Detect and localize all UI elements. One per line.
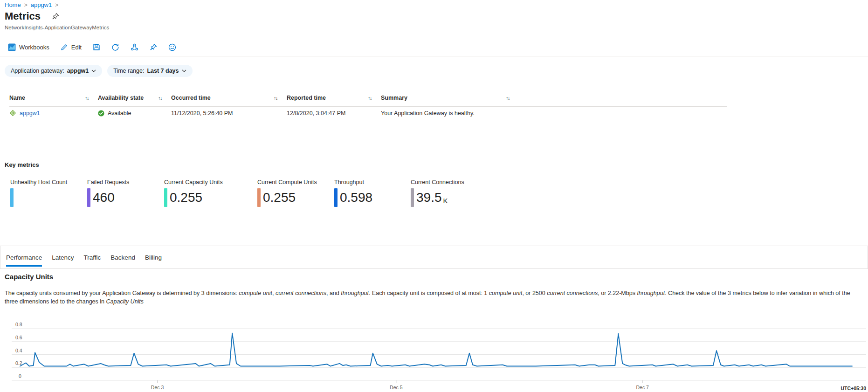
breadcrumb-home-link[interactable]: Home (5, 1, 21, 8)
chevron-right-icon: > (24, 2, 28, 8)
edit-button[interactable]: Edit (57, 42, 85, 52)
chevron-down-icon (182, 69, 186, 72)
workbooks-label: Workbooks (19, 44, 49, 51)
tab-traffic[interactable]: Traffic (84, 252, 101, 263)
filter-bar: Application gateway: appgw1 Time range: … (5, 65, 193, 77)
workbooks-button[interactable]: Workbooks (5, 42, 53, 53)
metric-card-failed-requests: Failed Requests 460 (87, 179, 164, 207)
metric-card-current-connections: Current Connections 39.5 K (411, 179, 504, 207)
refresh-icon (111, 43, 119, 51)
summary-text: Your Application Gateway is healthy. (381, 106, 519, 120)
edit-icon (61, 43, 68, 51)
column-header-reported-time[interactable]: Reported time ↑↓ (287, 89, 381, 106)
svg-text:Dec 5: Dec 5 (390, 385, 403, 390)
metric-color-bar (334, 188, 338, 207)
availability-table: Name ↑↓ Availability state ↑↓ Occurred t… (9, 89, 727, 120)
svg-text:0.8: 0.8 (15, 322, 22, 327)
capacity-units-chart: 00.20.40.60.8Dec 3Dec 5Dec 7UTC+05:30 (0, 319, 868, 392)
page-subtitle: NetworkInsights-ApplicationGatewayMetric… (5, 25, 109, 30)
available-check-icon (98, 110, 104, 117)
metric-value: 39.5 (416, 188, 442, 207)
save-icon (93, 43, 100, 51)
pin-icon (150, 43, 157, 51)
pin-button[interactable] (146, 42, 160, 52)
filter-value: appgw1 (67, 68, 89, 74)
resource-link[interactable]: appgw1 (20, 110, 40, 117)
filter-label: Application gateway: (11, 68, 64, 74)
metric-color-bar (411, 188, 414, 207)
svg-text:Dec 7: Dec 7 (636, 385, 649, 390)
application-gateway-icon (9, 110, 16, 117)
feedback-button[interactable] (165, 42, 179, 53)
key-metrics-cards: Unhealthy Host Count Failed Requests 460… (10, 179, 504, 207)
metric-color-bar (164, 188, 167, 207)
reported-time: 12/8/2020, 3:04:47 PM (287, 106, 381, 120)
key-metrics-heading: Key metrics (5, 161, 39, 168)
time-range-filter[interactable]: Time range: Last 7 days (107, 65, 192, 77)
feedback-smiley-icon (168, 43, 176, 51)
sort-icon[interactable]: ↑↓ (368, 95, 372, 101)
edit-label: Edit (71, 44, 82, 51)
capacity-units-description: The capacity units consumed by your Appl… (5, 289, 865, 306)
command-bar: Workbooks Edit (5, 41, 179, 53)
metric-card-current-capacity-units: Current Capacity Units 0.255 (164, 179, 257, 207)
metric-card-current-compute-units: Current Compute Units 0.255 (257, 179, 334, 207)
capacity-units-heading: Capacity Units (5, 273, 53, 281)
application-gateway-filter[interactable]: Application gateway: appgw1 (5, 65, 102, 77)
metric-color-bar (10, 188, 14, 207)
tab-billing[interactable]: Billing (145, 252, 162, 263)
workbooks-icon (8, 43, 16, 51)
page-title: Metrics (5, 10, 41, 22)
column-header-summary[interactable]: Summary ↑↓ (381, 89, 519, 106)
svg-text:0.4: 0.4 (15, 348, 22, 353)
refresh-button[interactable] (108, 42, 123, 53)
column-header-availability-state[interactable]: Availability state ↑↓ (98, 89, 171, 106)
svg-text:0.6: 0.6 (15, 335, 22, 340)
metric-value: 0.255 (263, 188, 296, 207)
metric-value-suffix: K (443, 197, 448, 205)
occurred-time: 11/12/2020, 5:26:40 PM (171, 106, 287, 120)
save-button[interactable] (90, 42, 103, 52)
tab-performance[interactable]: Performance (6, 252, 42, 263)
metric-color-bar (257, 188, 261, 207)
metric-color-bar (87, 188, 90, 207)
metric-card-throughput: Throughput 0.598 (334, 179, 411, 207)
sort-icon[interactable]: ↑↓ (158, 95, 162, 101)
breadcrumb: Home > appgw1 > (5, 1, 58, 8)
breadcrumb-appgw1-link[interactable]: appgw1 (31, 1, 52, 8)
table-row[interactable]: appgw1 Available 11/12/2020, 5:26:40 PM … (9, 106, 727, 120)
tab-backend[interactable]: Backend (110, 252, 135, 263)
chevron-right-icon: > (55, 2, 58, 8)
filter-label: Time range: (113, 68, 144, 74)
share-icon (131, 43, 138, 51)
sort-icon[interactable]: ↑↓ (274, 95, 277, 101)
tab-latency[interactable]: Latency (52, 252, 74, 263)
column-header-name[interactable]: Name ↑↓ (9, 89, 98, 106)
sort-icon[interactable]: ↑↓ (85, 95, 89, 101)
chevron-down-icon (91, 69, 96, 72)
sort-icon[interactable]: ↑↓ (506, 95, 510, 101)
column-header-occurred-time[interactable]: Occurred time ↑↓ (171, 89, 287, 106)
pin-icon[interactable] (52, 13, 59, 20)
metric-value: 460 (93, 188, 115, 207)
svg-text:0: 0 (19, 373, 21, 379)
share-button[interactable] (127, 42, 142, 53)
tab-strip: Performance Latency Traffic Backend Bill… (0, 246, 868, 269)
metric-value: 0.598 (340, 188, 372, 207)
filter-value: Last 7 days (147, 68, 179, 74)
metric-value: 0.255 (170, 188, 202, 207)
metric-card-unhealthy-host-count: Unhealthy Host Count (10, 179, 87, 207)
availability-state: Available (108, 110, 131, 117)
svg-text:UTC+05:30: UTC+05:30 (840, 385, 866, 391)
divider (0, 56, 868, 56)
svg-text:Dec 3: Dec 3 (151, 385, 164, 390)
